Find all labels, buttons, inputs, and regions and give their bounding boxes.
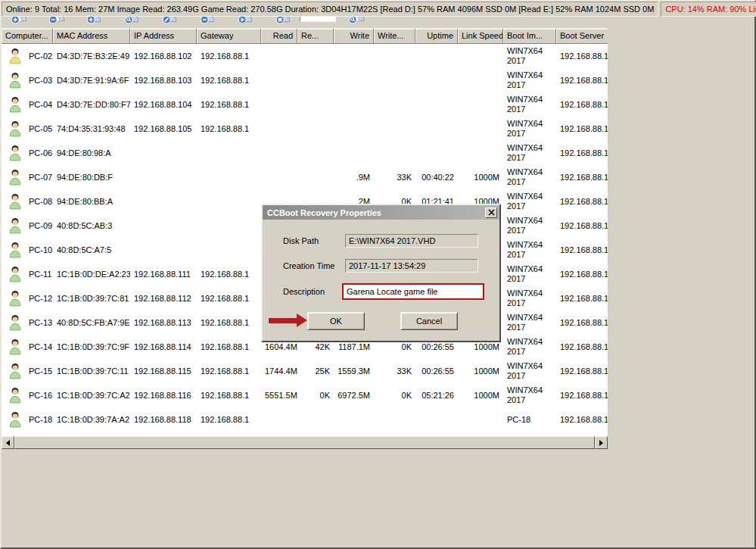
column-header-write_speed[interactable]: Write...	[374, 29, 415, 44]
cell-computer: PC-13	[2, 310, 53, 335]
computer-name: PC-12	[29, 294, 52, 303]
client-row[interactable]: PC-181C:1B:0D:39:7A:A2192.168.88.118192.…	[2, 407, 608, 432]
cell-boot_image: PC-18	[503, 407, 556, 432]
cell-write	[334, 117, 374, 141]
column-header-link_speed[interactable]: Link Speed	[458, 29, 503, 44]
cell-uptime	[415, 407, 458, 432]
description-field[interactable]	[342, 283, 484, 300]
client-status-icon	[8, 363, 22, 379]
column-header-read[interactable]: Read	[261, 29, 297, 44]
cell-ip: 192.168.88.103	[130, 68, 197, 92]
cell-write	[334, 68, 374, 92]
cell-write_speed	[374, 141, 415, 165]
cell-link_speed	[458, 407, 503, 432]
status-summary: Online: 9 Total: 16 Mem: 27M Image Read:…	[2, 2, 658, 17]
cell-ip: 192.168.88.115	[130, 359, 197, 383]
cell-gateway	[197, 214, 261, 238]
cell-uptime: 05:21:26	[415, 383, 458, 407]
cell-gateway: 192.168.88.1	[197, 262, 261, 286]
column-header-boot_server[interactable]: Boot Server	[556, 29, 608, 44]
cell-mac: D4:3D:7E:B3:2E:49	[53, 44, 130, 68]
cell-write	[334, 92, 374, 117]
cell-gateway: 192.168.88.1	[197, 383, 261, 407]
cell-computer: PC-15	[2, 359, 53, 383]
cell-write_speed	[374, 407, 415, 432]
cell-mac: D4:3D:7E:DD:80:F7	[53, 92, 130, 117]
cell-computer: PC-09	[2, 214, 53, 238]
client-row[interactable]: PC-04D4:3D:7E:DD:80:F7192.168.88.104192.…	[2, 92, 608, 117]
cell-ip: 192.168.88.114	[130, 335, 197, 359]
cell-ip	[130, 189, 197, 214]
cell-link_speed	[458, 141, 503, 165]
column-header-uptime[interactable]: Uptime	[415, 29, 458, 44]
client-status-icon	[8, 411, 22, 428]
cell-boot_image: WIN7X64 2017	[503, 44, 556, 68]
scroll-thumb[interactable]	[14, 436, 595, 449]
client-status-icon	[8, 217, 22, 234]
cell-mac: 1C:1B:0D:39:7C:11	[53, 359, 130, 383]
client-row[interactable]: PC-151C:1B:0D:39:7C:11192.168.88.115192.…	[2, 359, 608, 383]
cell-mac: 40:8D:5C:A7:5	[53, 238, 130, 262]
cell-mac: 1C:1B:0D:39:7C:81	[53, 286, 130, 310]
cell-uptime: 00:40:22	[415, 165, 458, 189]
disk-path-field[interactable]	[345, 234, 478, 248]
cell-computer: PC-04	[2, 92, 53, 117]
client-status-icon	[8, 72, 22, 89]
cell-computer: PC-16	[2, 383, 53, 407]
column-header-ip[interactable]: IP Address	[130, 29, 197, 44]
cell-read	[261, 92, 297, 117]
cell-boot_image: WIN7X64 2017	[503, 92, 556, 117]
cell-read	[261, 407, 297, 432]
cell-mac: 74:D4:35:31:93:48	[53, 117, 130, 141]
column-header-write[interactable]: Write	[334, 29, 374, 44]
cell-boot_server: 192.168.88.10	[556, 44, 608, 68]
dialog-close-button[interactable]	[485, 207, 497, 218]
cell-write: 1559.3M	[334, 359, 374, 383]
cell-read	[261, 117, 297, 141]
cell-boot_server: 192.168.88.10	[556, 335, 608, 359]
client-row[interactable]: PC-0794:DE:80:DB:F.9M33K00:40:221000MWIN…	[2, 165, 608, 189]
cell-computer: PC-11	[2, 262, 53, 286]
column-header-mac[interactable]: MAC Address	[53, 29, 130, 44]
client-row[interactable]: PC-02D4:3D:7E:B3:2E:49192.168.88.102192.…	[2, 44, 608, 68]
cell-gateway	[197, 238, 261, 262]
cell-boot_image: WIN7X64 2017	[503, 68, 556, 92]
client-status-icon	[8, 169, 22, 186]
client-row[interactable]: PC-0574:D4:35:31:93:48192.168.88.105192.…	[2, 117, 608, 141]
cell-gateway	[197, 189, 261, 214]
column-header-computer[interactable]: Computer...	[2, 29, 53, 44]
cancel-button[interactable]: Cancel	[400, 312, 458, 330]
cell-computer: PC-02	[2, 44, 53, 68]
cell-boot_image: WIN7X64 2017	[503, 286, 556, 310]
computer-name: PC-13	[29, 318, 52, 327]
column-header-gateway[interactable]: Gateway	[197, 29, 261, 44]
cell-write	[334, 44, 374, 68]
ok-button[interactable]: OK	[307, 312, 365, 330]
cell-mac: 94:DE:80:DB:F	[53, 165, 130, 189]
cell-boot_image: WIN7X64 2017	[503, 238, 556, 262]
creation-time-field[interactable]	[345, 259, 478, 273]
cell-gateway: 192.168.88.1	[197, 407, 261, 432]
client-row[interactable]: PC-0694:DE:80:98:AWIN7X64 2017192.168.88…	[2, 141, 608, 165]
cell-link_speed: 1000M	[458, 359, 503, 383]
client-row[interactable]: PC-03D4:3D:7E:91:9A:6F192.168.88.103192.…	[2, 68, 608, 92]
cell-boot_image: WIN7X64 2017	[503, 141, 556, 165]
cell-ip	[130, 141, 197, 165]
cell-computer: PC-18	[2, 407, 53, 432]
scroll-right-button[interactable]	[595, 436, 608, 449]
cell-boot_image: WIN7X64 2017	[503, 262, 556, 286]
client-status-icon	[8, 193, 22, 210]
cell-boot_server: 192.168.88.10	[556, 141, 608, 165]
cell-ip: 192.168.88.102	[130, 44, 197, 68]
cell-read_speed: 0K	[297, 383, 334, 407]
column-header-boot_image[interactable]: Boot Im...	[503, 29, 556, 44]
client-status-icon	[8, 290, 22, 307]
column-header-read_speed[interactable]: Re...	[297, 29, 334, 44]
cell-boot_image: WIN7X64 2017	[503, 165, 556, 189]
cell-computer: PC-12	[2, 286, 53, 310]
cell-computer: PC-07	[2, 165, 53, 189]
scroll-left-button[interactable]	[2, 436, 14, 449]
cell-gateway	[197, 141, 261, 165]
client-row[interactable]: PC-161C:1B:0D:39:7C:A2192.168.88.116192.…	[2, 383, 608, 407]
horizontal-scrollbar[interactable]	[2, 436, 608, 449]
